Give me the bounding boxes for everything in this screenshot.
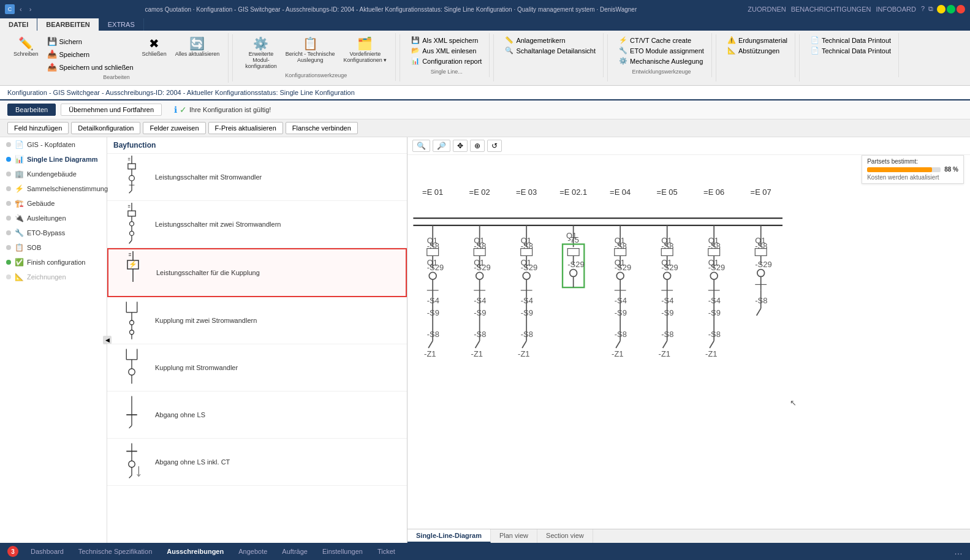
btn-detailkonfiguration[interactable]: Detailkonfiguration (71, 122, 140, 134)
btn-technical-2[interactable]: 📄 Technical Data Printout (808, 46, 893, 55)
sidebar-item-single-line[interactable]: 📊 Single Line Diagramm (0, 152, 107, 167)
tab-section-view[interactable]: Section view (537, 529, 593, 543)
btn-felder-zuweisen[interactable]: Felder zuweisen (143, 122, 205, 134)
win-close-btn[interactable] (957, 5, 965, 13)
status-tab-ausschreibungen[interactable]: Ausschreibungen (164, 547, 226, 556)
tab-bearbeiten[interactable]: BEARBEITEN (37, 18, 99, 31)
diagram-btn-zoom-in[interactable]: 🔍 (412, 140, 430, 152)
status-dots[interactable]: … (954, 547, 963, 556)
nav-forward-btn[interactable]: › (27, 4, 34, 14)
tab-datei[interactable]: DATEI (0, 18, 37, 31)
sidebar-item-zeichnungen[interactable]: 📐 Zeichnungen (0, 270, 107, 284)
ribbon-entwicklung-col: ⚡ CT/VT Cache create 🔧 ETO Module assign… (616, 36, 707, 66)
bay-scroll[interactable]: Leistungsschalter mit Stromwandler (107, 154, 407, 543)
sidebar-dot-sammelschienen (6, 186, 11, 191)
col-e021-label: =E 02.1 (559, 187, 587, 197)
btn-bearbeiten[interactable]: Bearbeiten (7, 104, 56, 116)
title-bar: C ‹ › camos Quotation · Konfiguration - … (0, 0, 970, 18)
win-maximize-btn[interactable] (947, 5, 955, 13)
btn-mechanische[interactable]: ⚙️ Mechanische Auslegung (616, 56, 707, 66)
sidebar-item-ausleitungen[interactable]: 🔌 Ausleitungen (0, 211, 107, 225)
sep3 (493, 34, 494, 81)
sidebar-item-finish[interactable]: ✅ Finish configuration (0, 255, 107, 270)
btn-config-report[interactable]: 📊 Configuration report (409, 56, 484, 66)
status-badge[interactable]: 3 (7, 546, 18, 557)
btn-aktualisieren[interactable]: 🔄 Alles aktualisieren (172, 36, 224, 73)
bay-item-ls-zwei-stromwandler[interactable]: Leistungsschalter mit zwei Stromwandlern (107, 201, 407, 248)
btn-als-xml-speichern[interactable]: 💾 Als XML speichern (409, 36, 484, 45)
nav-back-btn[interactable]: ‹ (17, 4, 25, 14)
sidebar-item-gebaeude[interactable]: 🏗️ Gebäude (0, 196, 107, 211)
btn-uebernehmen[interactable]: Übernehmen und Fortfahren (61, 104, 162, 116)
status-tab-auftraege[interactable]: Aufträge (279, 547, 310, 556)
btn-schaltanlage[interactable]: 🔍 Schaltanlage Detailansicht (502, 46, 598, 55)
diagram-btn-cursor[interactable]: ⊕ (470, 140, 485, 152)
bay-item-ls-kupplung[interactable]: ⚡ Leistungsschalter für die Kupplung (107, 248, 407, 297)
btn-abstuetzungen[interactable]: 📐 Abstützungen (725, 46, 790, 55)
status-tab-angebote[interactable]: Angebote (236, 547, 270, 556)
diagram-toolbar: 🔍 🔎 ✥ ⊕ ↺ (407, 137, 970, 155)
btn-f-preis[interactable]: F-Preis aktualisieren (208, 122, 283, 134)
erdung-icon: ⚠️ (727, 36, 736, 44)
sidebar-item-kopfdaten[interactable]: 📄 GIS - Kopfdaten (0, 137, 107, 152)
svg-text:-S8: -S8 (755, 241, 767, 251)
status-tab-einstellungen[interactable]: Einstellungen (320, 547, 365, 556)
bay-svg-ls-kupplung: ⚡ (118, 251, 148, 294)
status-tab-dashboard[interactable]: Dashboard (28, 547, 66, 556)
btn-feld-hinzufuegen[interactable]: Feld hinzufügen (7, 122, 69, 134)
top-right-infoboard[interactable]: INFOBOARD (876, 6, 915, 13)
top-right-benachrichtigungen[interactable]: BENACHRICHTIGUNGEN (791, 6, 871, 13)
col-e01: Q1 -S8 Q1 -S29 -S4 -S9 (424, 225, 444, 358)
abstuetz-icon: 📐 (727, 47, 736, 55)
diagram-canvas[interactable]: Partsets bestimmt: 88 % Kosten werden ak… (407, 155, 970, 529)
status-tab-tech-spez[interactable]: Technische Spezifikation (76, 547, 154, 556)
tab-single-line-diagram[interactable]: Single-Line-Diagram (407, 529, 491, 543)
sld-svg: =E 01 =E 02 =E 03 =E 02.1 =E 04 =E 05 =E… (407, 161, 970, 529)
btn-schreiben[interactable]: ✏️ Schreiben (10, 36, 42, 73)
col-e05: Q1 -S8 Q1 -S29 -S4 -S9 (659, 225, 678, 358)
sidebar-item-kundengebaeude[interactable]: 🏢 Kundengebäude (0, 167, 107, 181)
tab-plan-view[interactable]: Plan view (491, 529, 537, 543)
bay-item-abgang-ohne-ls-ct[interactable]: Abgang ohne LS inkl. CT (107, 439, 407, 486)
sidebar-item-sob[interactable]: 📋 SOB (0, 240, 107, 255)
bay-item-kupplung-stromwandler[interactable]: Kupplung mit Stromwandler (107, 344, 407, 392)
help-icon[interactable]: ? (921, 5, 925, 13)
status-tab-ticket[interactable]: Ticket (375, 547, 398, 556)
tab-extras[interactable]: EXTRAS (99, 18, 144, 31)
main-content: ◀ 📄 GIS - Kopfdaten 📊 Single Line Diagra… (0, 137, 970, 543)
diagram-btn-zoom-out[interactable]: 🔎 (433, 140, 450, 152)
svg-text:-75: -75 (567, 235, 579, 244)
svg-rect-3 (128, 164, 135, 169)
bay-diagram-kupplung-single (113, 349, 150, 386)
restore-icon[interactable]: ⧉ (928, 5, 933, 13)
bay-item-ls-stromwandler[interactable]: Leistungsschalter mit Stromwandler (107, 154, 407, 201)
btn-speichern-schliessen[interactable]: 📤 Speichern und schließen (44, 61, 137, 73)
diagram-btn-move[interactable]: ✥ (453, 140, 468, 152)
btn-erweiterte-modul[interactable]: ⚙️ ErweiterteModul-konfiguration (241, 36, 281, 71)
btn-sichern[interactable]: 💾 Sichern (44, 36, 137, 47)
btn-eto-module[interactable]: 🔧 ETO Module assignment (616, 46, 707, 55)
btn-schliessen[interactable]: ✖ Schließen (138, 36, 170, 73)
btn-technical-1[interactable]: 📄 Technical Data Printout (808, 36, 893, 45)
btn-anlagemetrikern[interactable]: 📏 Anlagemetrikern (502, 36, 598, 45)
diagram-btn-refresh[interactable]: ↺ (487, 140, 502, 152)
bay-item-abgang-ohne-ls[interactable]: Abgang ohne LS (107, 392, 407, 439)
btn-aus-xml-einlesen[interactable]: 📂 Aus XML einlesen (409, 46, 484, 55)
btn-vordefinierte[interactable]: 🗂️ VordefinierteKonfigurationen ▾ (340, 36, 391, 71)
svg-text:-Z1: -Z1 (612, 349, 623, 358)
sidebar-item-sammelschienen[interactable]: ⚡ Sammelschienenstimmung (0, 181, 107, 196)
svg-text:-S29: -S29 (567, 260, 584, 269)
btn-bericht[interactable]: 📋 Bericht - TechnischeAuslegung (282, 36, 339, 71)
bay-label-kupplung-zwei: Kupplung mit zwei Stromwandlern (155, 317, 257, 324)
btn-erdungsmaterial[interactable]: ⚠️ Erdungsmaterial (725, 36, 790, 45)
bericht-icon: 📋 (303, 37, 318, 50)
bay-item-kupplung-zwei[interactable]: Kupplung mit zwei Stromwandlern (107, 297, 407, 344)
top-right-zuordnen[interactable]: ZUORDNEN (748, 6, 786, 13)
btn-ct-vt-cache[interactable]: ⚡ CT/VT Cache create (616, 36, 707, 45)
ribbon-btn-row1: ✏️ Schreiben 💾 Sichern 📥 Speichern (10, 36, 223, 73)
btn-speichern[interactable]: 📥 Speichern (44, 48, 137, 60)
sidebar-item-eto-bypass[interactable]: 🔧 ETO-Bypass (0, 225, 107, 240)
win-minimize-btn[interactable] (937, 5, 945, 13)
svg-text:-Z1: -Z1 (518, 349, 529, 358)
btn-flansche[interactable]: Flansche verbinden (286, 122, 358, 134)
